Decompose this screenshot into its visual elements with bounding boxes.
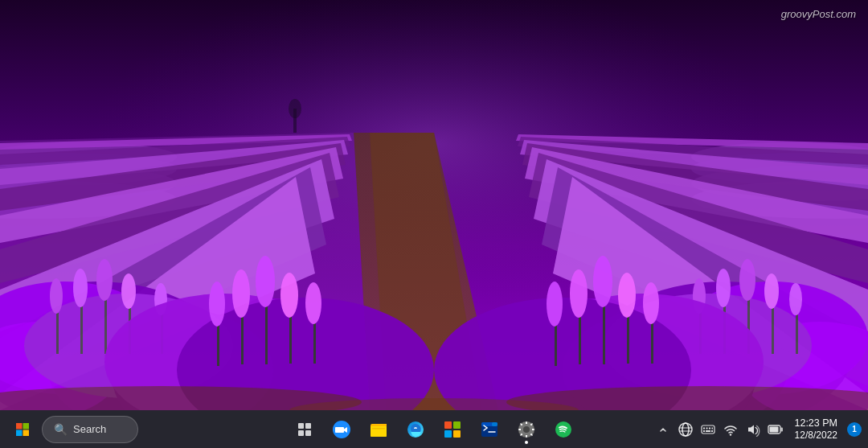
svg-rect-106 [453,421,461,429]
task-view-button[interactable] [289,413,321,446]
zoom-button[interactable] [326,413,358,446]
svg-rect-131 [781,427,784,431]
taskbar-right: 12:23 PM 12/8/2022 1 [654,415,862,444]
desktop: groovyPost.com [0,0,868,410]
search-icon: 🔍 [54,423,68,436]
taskbar-center [289,413,579,446]
svg-rect-95 [23,430,30,436]
svg-point-129 [730,434,731,435]
start-button[interactable] [6,413,39,446]
svg-point-85 [618,273,636,318]
svg-point-84 [593,256,612,307]
taskbar-left: 🔍 Search [6,413,138,446]
keyboard-icon[interactable] [699,421,717,438]
svg-rect-97 [305,423,311,429]
clock[interactable]: 12:23 PM 12/8/2022 [789,415,842,444]
svg-rect-94 [16,430,23,436]
svg-point-117 [679,423,692,436]
network-icon[interactable] [677,421,694,438]
svg-rect-128 [711,430,713,432]
microsoft-store-button[interactable] [436,413,469,446]
svg-point-56 [256,256,275,307]
svg-rect-123 [706,427,708,429]
settings-active-dot [525,441,528,444]
svg-rect-102 [371,426,387,437]
svg-rect-92 [16,423,23,430]
svg-point-70 [716,269,731,307]
svg-rect-108 [453,430,461,438]
svg-rect-67 [772,302,774,354]
notification-count: 1 [852,425,857,434]
svg-point-86 [643,282,659,324]
svg-rect-105 [444,421,452,429]
svg-rect-96 [298,423,304,429]
svg-rect-99 [305,430,311,436]
search-label: Search [73,423,106,435]
taskbar: 🔍 Search [0,410,868,448]
svg-point-57 [280,273,298,318]
svg-point-73 [789,283,802,315]
settings-button[interactable] [510,413,542,446]
volume-icon[interactable] [744,421,762,438]
terminal-button[interactable] [473,413,506,446]
svg-point-83 [570,269,588,318]
spotify-button[interactable] [547,413,579,446]
svg-rect-121 [702,425,714,434]
svg-rect-107 [444,430,452,438]
svg-point-42 [73,269,88,307]
svg-rect-103 [372,428,385,430]
svg-point-82 [547,282,563,327]
svg-point-72 [764,273,779,309]
svg-point-114 [523,426,530,433]
clock-time: 12:23 PM [794,417,837,430]
svg-point-71 [739,259,755,301]
svg-point-43 [96,259,113,301]
edge-button[interactable] [399,413,432,446]
search-bar[interactable]: 🔍 Search [42,416,138,443]
svg-point-55 [232,269,250,318]
svg-rect-93 [23,423,30,430]
file-explorer-button[interactable] [362,413,395,446]
svg-point-118 [682,423,689,436]
wifi-icon[interactable] [722,421,739,438]
svg-point-44 [121,273,136,309]
svg-rect-125 [712,427,714,429]
clock-date: 12/8/2022 [795,430,837,442]
svg-rect-132 [770,426,779,432]
svg-rect-124 [709,427,710,429]
svg-rect-98 [298,430,304,436]
battery-icon[interactable] [767,421,784,438]
svg-point-58 [305,282,321,324]
svg-point-91 [289,99,301,118]
watermark: groovyPost.com [781,8,856,20]
svg-rect-126 [703,430,705,432]
show-hidden-icons-button[interactable] [654,421,672,438]
svg-point-54 [209,282,225,327]
notification-button[interactable]: 1 [847,422,862,437]
svg-point-41 [50,278,63,314]
svg-rect-68 [796,310,798,354]
svg-rect-127 [706,430,710,432]
svg-rect-122 [703,427,705,429]
svg-rect-111 [492,422,497,426]
